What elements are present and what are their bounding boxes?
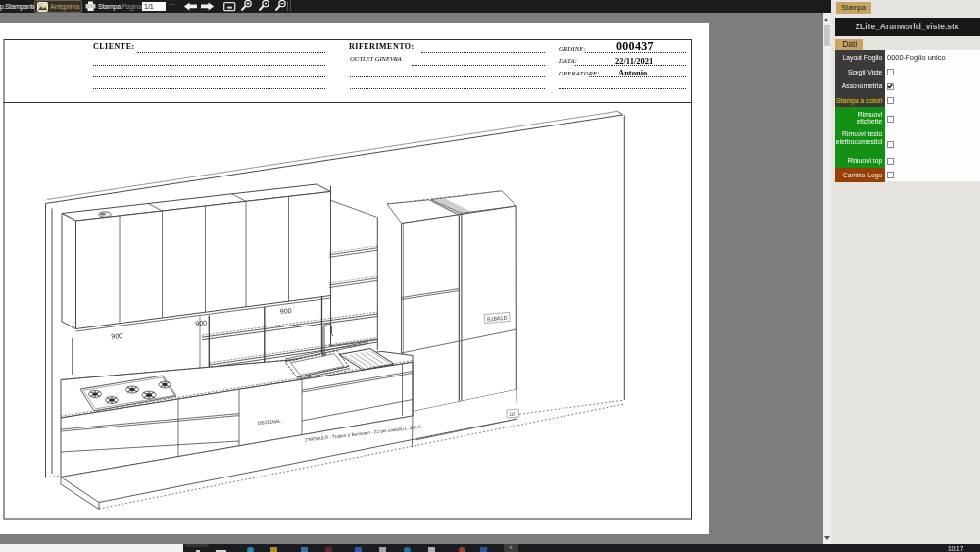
svg-text:900: 900 <box>111 332 122 340</box>
svg-text:900: 900 <box>280 307 292 315</box>
svg-text:DX: DX <box>509 411 516 418</box>
svg-text:900: 900 <box>195 319 207 326</box>
